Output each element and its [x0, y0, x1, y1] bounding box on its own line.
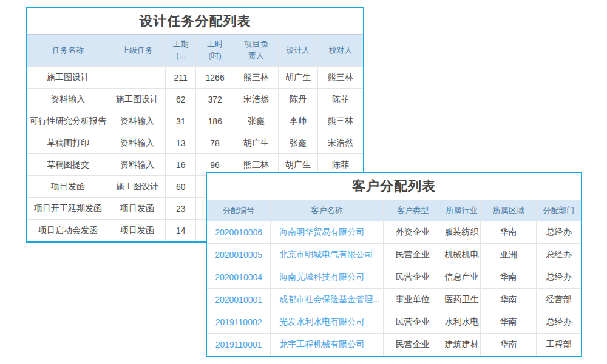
cell-department: 总经办	[537, 244, 581, 266]
column-header-customer-name: 客户名称	[271, 200, 383, 221]
cell-duration: 13	[166, 132, 196, 154]
cell-industry: 信息产业	[443, 266, 481, 289]
cell-department: 总经办	[537, 311, 581, 334]
cell-duration: 31	[166, 110, 196, 132]
table-row: 2020010004 海南芜城科技有限公司 民营企业 信息产业 华南 总经办	[207, 266, 581, 289]
cell-customer-type: 事业单位	[383, 289, 443, 311]
cell-proofreader: 熊三林	[317, 110, 363, 132]
table-row: 可行性研究分析报告 资料输入 31 186 张鑫 李帅 熊三林	[27, 110, 363, 132]
cell-duration: 23	[166, 198, 196, 220]
table-row: 2019110002 光发水利水电有限公司 民营企业 水利水电 华南 总经办	[207, 311, 581, 334]
column-header-work-hours: 工时 (时)	[196, 35, 234, 67]
customer-id-link[interactable]: 2019110001	[207, 334, 271, 356]
customer-name-link[interactable]: 海南芜城科技有限公司	[271, 266, 383, 289]
cell-parent-task: 施工图设计	[109, 176, 165, 198]
cell-designer: 陈丹	[279, 89, 318, 110]
cell-department: 工程部	[537, 334, 581, 356]
cell-region: 华南	[481, 311, 537, 334]
cell-region: 亚洲	[481, 244, 537, 266]
cell-designer: 李帅	[279, 110, 318, 132]
customer-table-header-row: 分配编号 客户名称 客户类型 所属行业 所属区域 分配部门	[207, 200, 581, 221]
cell-project-leader: 宋浩然	[234, 89, 279, 110]
customer-id-link[interactable]: 2020010004	[207, 266, 271, 289]
customer-table-card: 客户分配列表 分配编号 客户名称 客户类型 所属行业 所属区域 分配部门 202…	[206, 172, 582, 357]
customer-id-link[interactable]: 2020010005	[207, 244, 271, 266]
cell-project-leader: 张鑫	[234, 110, 279, 132]
cell-industry: 建筑建材	[443, 334, 481, 356]
cell-parent-task: 施工图设计	[109, 89, 165, 110]
cell-parent-task: 资料输入	[109, 110, 165, 132]
column-header-project-leader: 项目负 责人	[234, 35, 279, 67]
cell-department: 经营部	[537, 289, 581, 311]
table-row: 2019110001 龙宇工程机械有限公司 民营企业 建筑建材 华南 工程部	[207, 334, 581, 356]
cell-region: 华南	[481, 289, 537, 311]
cell-customer-type: 民营企业	[383, 311, 443, 334]
column-header-duration: 工期 (...	[166, 35, 196, 67]
cell-industry: 机械机电	[443, 244, 481, 266]
cell-duration: 211	[166, 67, 196, 89]
table-row: 2020010001 成都市社会保险基金管理... 事业单位 医药卫生 华南 经…	[207, 289, 581, 311]
customer-table: 分配编号 客户名称 客户类型 所属行业 所属区域 分配部门 2020010006…	[207, 200, 581, 356]
cell-parent-task: 项目发函	[109, 220, 165, 241]
customer-id-link[interactable]: 2020010006	[207, 221, 271, 244]
cell-duration: 16	[166, 154, 196, 176]
column-header-region: 所属区域	[481, 200, 537, 221]
cell-duration: 14	[166, 220, 196, 241]
task-table-header-row: 任务名称 上级任务 工期 (... 工时 (时) 项目负 责人 设计人 校对人	[27, 35, 363, 67]
customer-name-link[interactable]: 龙宇工程机械有限公司	[271, 334, 383, 356]
cell-task-name: 可行性研究分析报告	[27, 110, 109, 132]
customer-table-title: 客户分配列表	[207, 173, 581, 200]
customer-name-link[interactable]: 海南明华贸易有限公司	[271, 221, 383, 244]
customer-name-link[interactable]: 光发水利水电有限公司	[271, 311, 383, 334]
column-header-parent-task: 上级任务	[109, 35, 165, 67]
table-row: 2020010005 北京市明城电气有限公司 民营企业 机械机电 亚洲 总经办	[207, 244, 581, 266]
cell-parent-task: 资料输入	[109, 132, 165, 154]
cell-proofreader: 宋浩然	[317, 132, 363, 154]
cell-work-hours: 186	[196, 110, 234, 132]
cell-project-leader: 胡广生	[234, 132, 279, 154]
column-header-designer: 设计人	[279, 35, 318, 67]
column-header-proofreader: 校对人	[317, 35, 363, 67]
cell-parent-task	[109, 67, 165, 89]
cell-customer-type: 外资企业	[383, 221, 443, 244]
cell-proofreader: 熊三林	[317, 67, 363, 89]
column-header-task-name: 任务名称	[27, 35, 109, 67]
cell-industry: 服装纺织	[443, 221, 481, 244]
cell-department: 总经办	[537, 266, 581, 289]
cell-region: 华南	[481, 334, 537, 356]
cell-task-name: 施工图设计	[27, 67, 109, 89]
cell-duration: 62	[166, 89, 196, 110]
column-header-customer-type: 客户类型	[383, 200, 443, 221]
table-row: 施工图设计 211 1266 熊三林 胡广生 熊三林	[27, 67, 363, 89]
task-table-title: 设计任务分配列表	[27, 8, 363, 34]
cell-designer: 胡广生	[279, 67, 318, 89]
cell-parent-task: 项目发函	[109, 198, 165, 220]
cell-task-name: 项目开工延期发函	[27, 198, 109, 220]
table-row: 资料输入 施工图设计 62 372 宋浩然 陈丹 陈菲	[27, 89, 363, 110]
cell-work-hours: 78	[196, 132, 234, 154]
customer-name-link[interactable]: 北京市明城电气有限公司	[271, 244, 383, 266]
cell-customer-type: 民营企业	[383, 244, 443, 266]
cell-industry: 水利水电	[443, 311, 481, 334]
cell-task-name: 草稿图提交	[27, 154, 109, 176]
cell-region: 华南	[481, 266, 537, 289]
table-row: 草稿图打印 资料输入 13 78 胡广生 张鑫 宋浩然	[27, 132, 363, 154]
cell-project-leader: 熊三林	[234, 67, 279, 89]
customer-name-link[interactable]: 成都市社会保险基金管理...	[271, 289, 383, 311]
cell-customer-type: 民营企业	[383, 334, 443, 356]
cell-department: 总经办	[537, 221, 581, 244]
cell-customer-type: 民营企业	[383, 266, 443, 289]
cell-task-name: 草稿图打印	[27, 132, 109, 154]
customer-id-link[interactable]: 2019110002	[207, 311, 271, 334]
cell-work-hours: 372	[196, 89, 234, 110]
cell-task-name: 项目启动会发函	[27, 220, 109, 241]
cell-parent-task: 资料输入	[109, 154, 165, 176]
cell-proofreader: 陈菲	[317, 89, 363, 110]
column-header-assign-id: 分配编号	[207, 200, 271, 221]
column-header-industry: 所属行业	[443, 200, 481, 221]
customer-id-link[interactable]: 2020010001	[207, 289, 271, 311]
cell-work-hours: 1266	[196, 67, 234, 89]
cell-task-name: 项目发函	[27, 176, 109, 198]
cell-duration: 60	[166, 176, 196, 198]
cell-designer: 张鑫	[279, 132, 318, 154]
